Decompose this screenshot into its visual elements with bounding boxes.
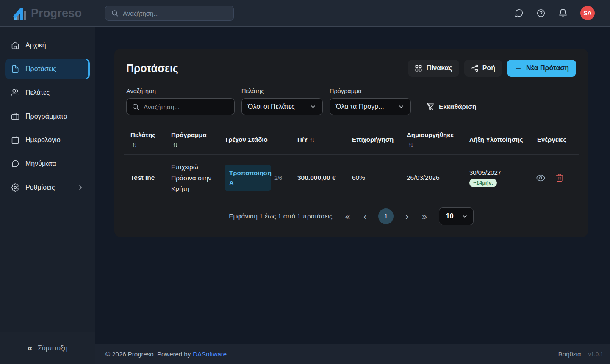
powered-by-link[interactable]: DASoftware xyxy=(193,350,227,358)
proposals-card: Προτάσεις Πίνακας Ροή xyxy=(114,49,588,237)
client-filter-select[interactable]: Όλοι οι Πελάτες xyxy=(241,98,323,115)
sort-icon[interactable]: ↑↓ xyxy=(407,141,413,148)
notifications-button[interactable] xyxy=(558,8,568,18)
column-header-deadline: Λήξη Υλοποίησης xyxy=(463,125,530,154)
sidebar-item-label: Προτάσεις xyxy=(25,65,56,73)
program-filter-value: Όλα τα Προγρ... xyxy=(336,103,384,110)
sidebar-item-calendar[interactable]: Ημερολόγιο xyxy=(5,130,90,150)
table-view-label: Πίνακας xyxy=(426,64,452,72)
search-icon xyxy=(111,9,119,17)
grid-icon xyxy=(415,64,422,72)
users-icon xyxy=(11,88,19,97)
column-header-program[interactable]: Πρόγραμμα ↑↓ xyxy=(164,125,218,154)
sort-icon[interactable]: ↑↓ xyxy=(171,141,177,148)
proposals-search-input[interactable] xyxy=(144,103,229,110)
column-header-grant: Επιχορήγηση xyxy=(345,125,400,154)
stage-badge: Τροποποίηση Α xyxy=(225,165,271,191)
help-button[interactable] xyxy=(536,8,546,18)
avatar[interactable]: SA xyxy=(580,6,595,20)
column-header-budget[interactable]: Π/Υ↑↓ xyxy=(291,125,345,154)
flow-view-label: Ροή xyxy=(482,64,495,72)
briefcase-icon xyxy=(11,112,19,121)
calendar-icon xyxy=(11,136,19,144)
global-search-input[interactable] xyxy=(123,10,228,17)
chat-icon xyxy=(514,8,524,18)
new-proposal-label: Νέα Πρόταση xyxy=(526,64,569,72)
main-footer: © 2026 Progreso. Powered by DASoftware Β… xyxy=(95,344,610,364)
page-size-select[interactable]: 10 xyxy=(439,207,474,225)
view-proposal-button[interactable] xyxy=(536,174,545,182)
main-area: Προτάσεις Πίνακας Ροή xyxy=(95,27,610,364)
filters-bar: Αναζήτηση Πελάτης Όλοι οι Πελάτες xyxy=(124,88,579,115)
chevron-down-icon xyxy=(310,103,316,110)
cell-deadline: 30/05/2027 ~14μήν. xyxy=(463,155,530,201)
home-icon xyxy=(11,41,19,50)
current-page-button[interactable]: 1 xyxy=(378,208,394,224)
topbar: Progreso SA xyxy=(0,0,610,27)
topbar-actions: SA xyxy=(514,6,610,20)
program-filter-group: Πρόγραμμα Όλα τα Προγρ... xyxy=(330,88,411,115)
new-proposal-button[interactable]: Νέα Πρόταση xyxy=(507,60,576,77)
column-header-client[interactable]: Πελάτης ↑↓ xyxy=(124,125,164,154)
cell-budget: 300.000,00 € xyxy=(291,155,345,201)
cell-created: 26/03/2026 xyxy=(400,155,463,201)
column-header-stage: Τρέχον Στάδιο xyxy=(218,125,291,154)
sidebar: Αρχική Προτάσεις Πελάτες Προγράμματα Ημε… xyxy=(0,27,95,364)
last-page-button[interactable]: » xyxy=(420,210,429,222)
first-page-button[interactable]: « xyxy=(343,210,352,222)
sidebar-item-proposals[interactable]: Προτάσεις xyxy=(5,59,90,79)
pagination-summary: Εμφάνιση 1 έως 1 από 1 προτάσεις xyxy=(229,212,332,220)
cell-program: Επιχειρώ Πράσινα στην Κρήτη xyxy=(164,155,218,201)
client-filter-group: Πελάτης Όλοι οι Πελάτες xyxy=(241,88,323,115)
program-filter-select[interactable]: Όλα τα Προγρ... xyxy=(330,98,411,115)
program-filter-label: Πρόγραμμα xyxy=(330,88,411,94)
sort-icon[interactable]: ↑↓ xyxy=(130,141,136,148)
stage-progress: 2/6 xyxy=(274,175,282,181)
prev-page-button[interactable]: ‹ xyxy=(362,210,368,222)
search-icon xyxy=(132,103,139,110)
help-link[interactable]: Βοήθεια xyxy=(558,350,581,358)
flow-view-button[interactable]: Ροή xyxy=(464,60,502,77)
delete-proposal-button[interactable] xyxy=(555,174,564,182)
sidebar-item-label: Ημερολόγιο xyxy=(25,136,61,144)
proposals-search-field[interactable] xyxy=(126,98,235,115)
sidebar-item-clients[interactable]: Πελάτες xyxy=(5,83,90,103)
card-header: Προτάσεις Πίνακας Ροή xyxy=(124,60,579,77)
column-header-actions: Ενέργειες xyxy=(530,125,579,154)
sidebar-collapse-button[interactable]: « Σύμπτυξη xyxy=(0,332,95,364)
filter-clear-icon xyxy=(426,103,434,111)
copyright-label: © 2026 Progreso. Powered by xyxy=(105,350,191,358)
column-header-created[interactable]: Δημιουργήθηκε ↑↓ xyxy=(400,125,463,154)
page-size-value: 10 xyxy=(446,212,454,220)
cell-client: Test Inc xyxy=(124,155,164,201)
copyright-text: © 2026 Progreso. Powered by DASoftware xyxy=(105,350,227,358)
chevron-right-icon xyxy=(77,184,84,191)
trash-icon xyxy=(555,174,564,182)
global-search[interactable] xyxy=(105,6,234,21)
sidebar-item-label: Αρχική xyxy=(25,41,46,49)
chevron-down-icon xyxy=(461,213,468,220)
client-filter-label: Πελάτης xyxy=(241,88,323,94)
sidebar-item-home[interactable]: Αρχική xyxy=(5,35,90,55)
bell-icon xyxy=(558,8,568,18)
gear-icon xyxy=(11,183,19,192)
pagination: Εμφάνιση 1 έως 1 από 1 προτάσεις « ‹ 1 ›… xyxy=(124,201,579,225)
chat-icon xyxy=(11,160,19,168)
chevron-down-icon xyxy=(398,103,405,110)
document-icon xyxy=(11,65,19,73)
table-view-button[interactable]: Πίνακας xyxy=(408,60,459,77)
cell-stage: Τροποποίηση Α 2/6 xyxy=(218,155,291,201)
content: Προτάσεις Πίνακας Ροή xyxy=(95,27,610,344)
deadline-date: 30/05/2027 xyxy=(469,169,501,176)
logo-icon xyxy=(11,5,28,22)
sidebar-item-label: Μηνύματα xyxy=(25,160,56,168)
table-row[interactable]: Test Inc Επιχειρώ Πράσινα στην Κρήτη Τρο… xyxy=(124,155,579,201)
footer-right: Βοήθεια v1.0.1 xyxy=(558,350,603,358)
sort-icon[interactable]: ↑↓ xyxy=(308,135,314,144)
sidebar-item-messages[interactable]: Μηνύματα xyxy=(5,154,90,174)
next-page-button[interactable]: › xyxy=(404,210,410,222)
messages-button[interactable] xyxy=(514,8,524,18)
sidebar-item-programs[interactable]: Προγράμματα xyxy=(5,106,90,127)
sidebar-item-settings[interactable]: Ρυθμίσεις xyxy=(5,177,90,198)
clear-filters-button[interactable]: Εκκαθάριση xyxy=(426,98,477,115)
